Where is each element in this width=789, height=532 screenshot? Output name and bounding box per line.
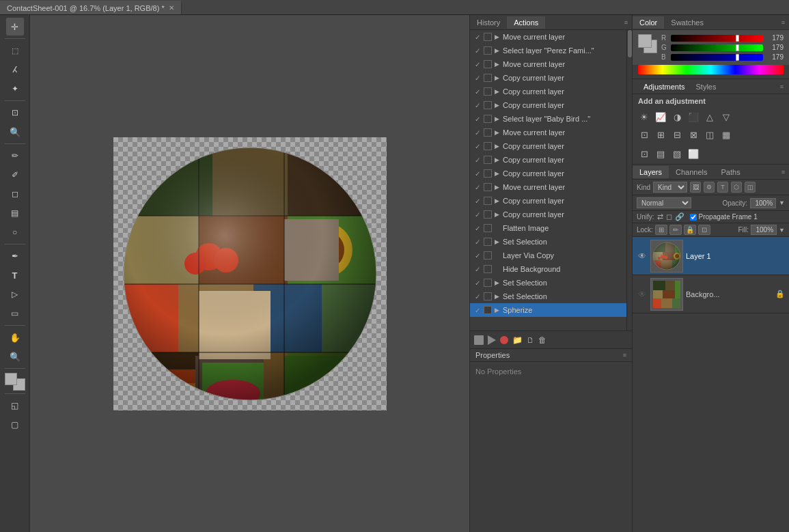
kind-icon-5[interactable]: ◫ — [745, 182, 756, 193]
play-button[interactable] — [488, 335, 496, 345]
scrollbar-thumb[interactable] — [628, 30, 632, 57]
action-item[interactable]: ✓▶Spherize — [470, 303, 626, 317]
adj-selective-color[interactable]: ▧ — [669, 146, 684, 161]
stop-button[interactable] — [474, 335, 484, 345]
tab-layers[interactable]: Layers — [633, 166, 669, 178]
shape-tool[interactable]: ▭ — [6, 305, 24, 322]
r-slider-thumb[interactable] — [736, 35, 739, 42]
action-item[interactable]: ✓▶Copy current layer — [470, 71, 626, 85]
tab-swatches[interactable]: Swatches — [664, 16, 710, 29]
adj-brightness[interactable]: ☀ — [637, 109, 652, 124]
action-item[interactable]: ✓Hide Background — [470, 262, 626, 276]
text-tool[interactable]: T — [6, 266, 24, 284]
action-item[interactable]: ✓▶Move current layer — [470, 30, 626, 44]
propagate-checkbox-label[interactable]: Propagate Frame 1 — [690, 213, 758, 221]
properties-collapse[interactable]: ≡ — [623, 352, 626, 359]
blend-mode-select[interactable]: Normal — [637, 197, 691, 208]
pen-tool[interactable]: ✒ — [6, 247, 24, 265]
hand-tool[interactable]: ✋ — [6, 328, 24, 346]
marquee-tool[interactable]: ⬚ — [6, 42, 24, 59]
adj-levels[interactable]: ⊡ — [637, 127, 652, 142]
layers-collapse-btn[interactable]: ≡ — [777, 169, 789, 176]
layer-item[interactable]: 👁 — [633, 237, 789, 275]
unify-icon-1[interactable]: ⇄ — [657, 212, 663, 221]
action-item[interactable]: ✓Layer Via Copy — [470, 249, 626, 262]
fg-bg-box[interactable] — [638, 34, 657, 53]
dodge-tool[interactable]: ○ — [6, 223, 24, 241]
propagate-checkbox[interactable] — [690, 214, 697, 221]
new-action-button[interactable]: 🗋 — [527, 336, 534, 344]
tab-adjustments[interactable]: Adjustments — [638, 81, 691, 92]
fg-color-box[interactable] — [638, 34, 652, 48]
zoom-tool[interactable]: 🔍 — [6, 348, 24, 365]
fill-value-box[interactable]: 100% — [751, 225, 777, 235]
tab-paths[interactable]: Paths — [715, 166, 747, 178]
brush-tool[interactable]: ✏ — [6, 147, 24, 165]
action-item[interactable]: ✓▶Copy current layer — [470, 208, 626, 221]
b-slider-thumb[interactable] — [736, 54, 739, 61]
unify-icon-2[interactable]: ◻ — [666, 212, 672, 221]
action-item[interactable]: ✓▶Move current layer — [470, 57, 626, 71]
action-item[interactable]: ✓▶Set Selection — [470, 276, 626, 290]
kind-icon-1[interactable]: 🖼 — [690, 182, 701, 193]
g-slider-thumb[interactable] — [736, 44, 739, 51]
path-tool[interactable]: ▷ — [6, 285, 24, 303]
kind-select[interactable]: Kind — [653, 182, 687, 193]
delete-action-button[interactable]: 🗑 — [538, 335, 546, 345]
record-button[interactable] — [500, 336, 508, 344]
adj-collapse-btn[interactable]: ≡ — [780, 83, 784, 90]
close-icon[interactable]: ✕ — [169, 4, 174, 12]
adj-invert[interactable]: ◫ — [702, 127, 717, 142]
action-item[interactable]: ✓▶Move current layer — [470, 180, 626, 194]
adj-posterize[interactable]: ▦ — [719, 127, 734, 142]
layer-visibility-hidden[interactable]: 👁 — [637, 290, 648, 299]
adj-photo-filter[interactable]: ⊞ — [653, 127, 668, 142]
b-slider-track[interactable] — [671, 54, 763, 61]
action-item[interactable]: ✓▶Set Selection — [470, 235, 626, 249]
quick-mask-btn[interactable]: ◱ — [6, 397, 24, 415]
kind-icon-4[interactable]: ⬡ — [731, 182, 742, 193]
gradient-tool[interactable]: ▤ — [6, 204, 24, 222]
g-slider-track[interactable] — [671, 44, 763, 51]
document-tab[interactable]: ContactSheet-001 @ 16.7% (Layer 1, RGB/8… — [0, 1, 182, 14]
adj-exposure[interactable]: ◑ — [669, 109, 684, 124]
tab-actions[interactable]: Actions — [507, 16, 545, 29]
opacity-arrow[interactable]: ▼ — [779, 199, 785, 206]
action-item[interactable]: ✓Flatten Image — [470, 221, 626, 235]
adj-color-lookup[interactable]: ⊠ — [686, 127, 701, 142]
kind-icon-2[interactable]: ⚙ — [704, 182, 715, 193]
adj-shadows[interactable]: ⬜ — [686, 146, 701, 161]
canvas-container[interactable] — [113, 137, 387, 410]
crop-tool[interactable]: ⊡ — [6, 104, 24, 122]
folder-button[interactable]: 📁 — [512, 335, 523, 345]
lock-icon-all[interactable]: ⊡ — [698, 225, 710, 235]
r-slider-track[interactable] — [671, 35, 763, 42]
adj-hue-sat[interactable]: △ — [702, 109, 717, 124]
action-item[interactable]: ✓▶Copy current layer — [470, 153, 626, 167]
tab-channels[interactable]: Channels — [669, 166, 714, 178]
opacity-value-box[interactable]: 100% — [750, 198, 776, 208]
lock-icon-pixels[interactable]: ⊞ — [655, 225, 667, 235]
adj-vibrance[interactable]: ⬛ — [686, 109, 701, 124]
fill-arrow[interactable]: ▼ — [779, 227, 785, 234]
clone-tool[interactable]: ✐ — [6, 166, 24, 184]
action-item[interactable]: ✓▶Copy current layer — [470, 85, 626, 98]
kind-icon-3[interactable]: T — [717, 182, 728, 193]
panel-collapse-btn[interactable]: ≡ — [620, 19, 632, 26]
action-item[interactable]: ✓▶Set Selection — [470, 290, 626, 303]
action-item[interactable]: ✓▶Copy current layer — [470, 98, 626, 112]
lock-icon-artboard[interactable]: 🔒 — [684, 225, 696, 235]
eraser-tool[interactable]: ◻ — [6, 185, 24, 203]
action-item[interactable]: ✓▶Copy current layer — [470, 194, 626, 208]
fg-color-swatch[interactable] — [5, 373, 17, 385]
layer-item[interactable]: 👁 Backgro... 🔒 — [633, 275, 789, 313]
adj-color-balance[interactable]: ▽ — [719, 109, 734, 124]
scrollbar-track[interactable] — [626, 30, 632, 331]
adj-gradient-map[interactable]: ▤ — [653, 146, 668, 161]
action-item[interactable]: ✓▶Move current layer — [470, 126, 626, 139]
adj-curves[interactable]: 📈 — [653, 109, 668, 124]
action-item[interactable]: ✓▶Copy current layer — [470, 139, 626, 153]
tab-color[interactable]: Color — [633, 16, 664, 29]
layer-visibility-eye[interactable]: 👁 — [637, 251, 648, 261]
move-tool[interactable]: ✛ — [6, 18, 24, 36]
